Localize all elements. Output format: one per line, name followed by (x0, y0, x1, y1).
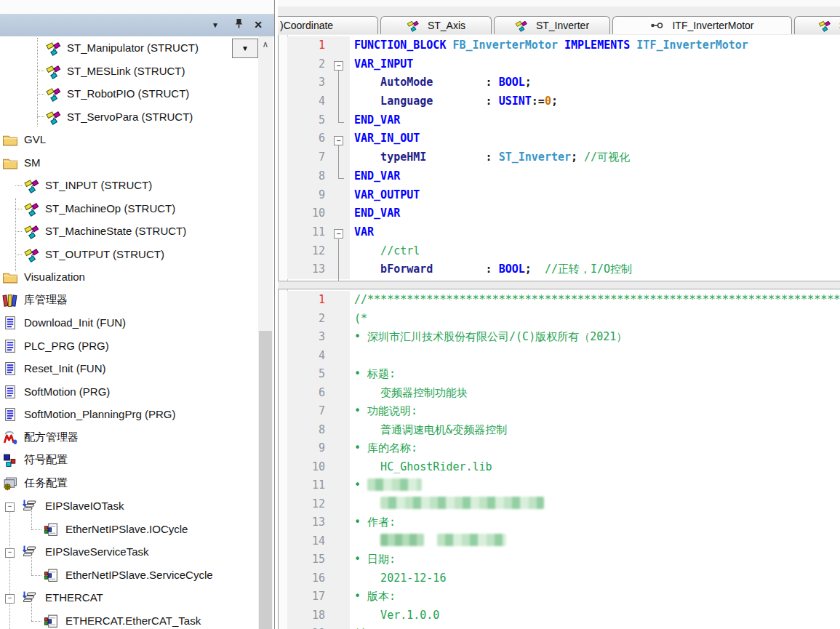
collapse-expander[interactable]: − (5, 502, 15, 512)
tree-item-ethercat[interactable]: ETHERCAT (0, 587, 260, 610)
fold-line (338, 239, 339, 281)
redacted-text (437, 534, 506, 546)
code-line: 3 AutoMode : BOOL; (287, 73, 840, 92)
folder-icon (2, 270, 18, 285)
fold-collapse-button[interactable]: − (334, 229, 343, 239)
tree-item-eipslaveiotask[interactable]: EIPSlaveIOTask (0, 495, 260, 518)
code-line: 6 变频器控制功能块 (287, 384, 840, 403)
struct-icon (818, 20, 831, 32)
tree-item-gvl[interactable]: GVL (0, 129, 260, 152)
code-line: 8 普通调速电机&变频器控制 (287, 421, 840, 440)
close-icon[interactable]: ✕ (250, 18, 266, 32)
scrollbar-thumb[interactable] (259, 331, 272, 629)
tree-vertical-scrollbar[interactable]: ∧ (258, 36, 273, 629)
code-line: 4 Language : USINT:=0; (287, 92, 840, 111)
code-line: 1FUNCTION_BLOCK FB_InverterMotor IMPLEME… (287, 36, 840, 55)
struct-icon (23, 201, 39, 217)
tree-item-library-manager[interactable]: 库管理器 (0, 289, 260, 313)
tree-item-sm[interactable]: SM (0, 152, 260, 175)
tab-itf-invertermotor[interactable]: ITF_InverterMotor (612, 16, 792, 34)
tree-item-st-machinestate[interactable]: ST_MachineState (STRUCT) (0, 220, 260, 244)
task-call-icon (44, 522, 60, 537)
code-line: 17• 版本: (287, 588, 840, 606)
interface-icon (650, 22, 663, 29)
code-line: 19*) (287, 625, 840, 629)
tree-item-st-robotpio[interactable]: ST_RobotPIO (STRUCT) (0, 83, 260, 106)
tree-item-ethercat-ethercat-task[interactable]: ETHERCAT.EtherCAT_Task (0, 610, 260, 629)
struct-icon (45, 110, 61, 125)
code-line: 8END_VAR (287, 167, 840, 186)
collapse-expander[interactable]: − (5, 548, 15, 558)
tree-item-softmotion[interactable]: SoftMotion (PRG) (0, 381, 260, 404)
tree-item-eipslaveservicetask[interactable]: EIPSlaveServiceTask (0, 541, 260, 564)
tree-item-st-meslink[interactable]: ST_MESLink (STRUCT) (0, 60, 260, 84)
code-line: 15• 日期: (287, 550, 840, 569)
code-line: 3• 深圳市汇川技术股份有限公司/(C)版权所有（2021） (287, 328, 840, 347)
editor-splitter[interactable] (278, 281, 840, 289)
struct-icon (23, 224, 39, 239)
tree-item-dropdown-button[interactable]: ▼ (232, 39, 258, 58)
code-line: 2(* (287, 310, 840, 329)
code-line: 13• 作者: (287, 513, 840, 532)
fold-collapse-button[interactable]: − (334, 61, 343, 71)
tree-item-st-manipulator[interactable]: ST_Manipulator (STRUCT) (0, 37, 260, 60)
code-line: 6VAR_IN_OUT (287, 129, 840, 148)
pin-icon[interactable] (231, 18, 247, 32)
struct-icon (45, 87, 61, 102)
redacted-text (367, 478, 422, 491)
tree-item-ethernetipslave-servicecycle[interactable]: EtherNetIPSlave.ServiceCycle (0, 564, 260, 588)
code-line: 5• 标题: (287, 365, 840, 384)
panel-divider[interactable] (274, 0, 275, 629)
task-call-icon (44, 568, 60, 583)
code-line: 11• (287, 476, 840, 495)
struct-icon (45, 41, 61, 56)
fold-collapse-button[interactable]: − (334, 136, 343, 145)
declaration-editor[interactable]: 1FUNCTION_BLOCK FB_InverterMotor IMPLEME… (278, 35, 840, 281)
pou-icon (2, 316, 18, 331)
tree-item-st-output[interactable]: ST_OUTPUT (STRUCT) (0, 244, 260, 267)
tree-item-st-servopara[interactable]: ST_ServoPara (STRUCT) (0, 106, 260, 129)
tab-st-inverter[interactable]: ST_Inverter (494, 16, 610, 34)
code-line: 16 2021-12-16 (287, 569, 840, 588)
pou-icon (2, 339, 18, 354)
implementation-editor[interactable]: 1//*************************************… (278, 289, 840, 629)
code-line: 7• 功能说明: (287, 402, 840, 421)
tab-st-partial[interactable]: ST_ (794, 16, 840, 34)
tree-item-ethernetipslave-iocycle[interactable]: EtherNetIPSlave.IOCycle (0, 518, 260, 542)
ide-window: ▼ ✕ (0, 0, 840, 629)
tree-item-st-input[interactable]: ST_INPUT (STRUCT) (0, 175, 260, 198)
tab-st-axis[interactable]: ST_Axis (380, 16, 492, 34)
code-line: 4 (287, 347, 840, 366)
struct-icon (45, 64, 61, 79)
tree-item-softmotion-planningprg[interactable]: SoftMotion_PlanningPrg (PRG) (0, 404, 260, 427)
task-call-icon (44, 614, 60, 629)
library-manager-icon (2, 293, 18, 308)
code-line: 10END_VAR (287, 204, 840, 223)
fold-line (338, 71, 339, 122)
symbol-config-icon (2, 453, 18, 468)
tree-item-st-machineop[interactable]: ST_MachineOp (STRUCT) (0, 198, 260, 221)
code-line: 7 typeHMI : ST_Inverter; //可视化 (287, 148, 840, 167)
tree-item-visualization[interactable]: Visualization (0, 266, 260, 289)
code-line: 2VAR_INPUT (287, 55, 840, 74)
code-line: 10 HC_GhostRider.lib (287, 458, 840, 477)
folder-icon (2, 132, 18, 148)
tab-coordinate[interactable]: )Coordinate (278, 16, 378, 34)
tree-item-download-init[interactable]: Download_Init (FUN) (0, 312, 260, 335)
tree-item-reset-init[interactable]: Reset_Init (FUN) (0, 358, 260, 381)
tree-item-plc-prg[interactable]: PLC_PRG (PRG) (0, 335, 260, 358)
code-line: 18 Ver.1.0.0 (287, 606, 840, 625)
task-icon (22, 499, 39, 514)
code-line: 11VAR (287, 223, 840, 242)
code-line: 13 bForward : BOOL; //正转，I/O控制 (287, 260, 840, 279)
task-config-icon (2, 476, 18, 492)
tree-item-task-config[interactable]: 任务配置 (0, 473, 260, 496)
panel-menu-chevron-down-icon[interactable]: ▼ (207, 18, 223, 32)
tree-item-recipe-manager[interactable]: 配方管理器 (0, 427, 260, 450)
fold-line (338, 122, 344, 123)
recipe-manager-icon (2, 430, 18, 446)
scroll-up-arrow-icon[interactable]: ∧ (258, 36, 273, 52)
redacted-text (380, 497, 544, 509)
tree-item-symbol-config[interactable]: 符号配置 (0, 449, 260, 473)
collapse-expander[interactable]: − (5, 594, 15, 604)
